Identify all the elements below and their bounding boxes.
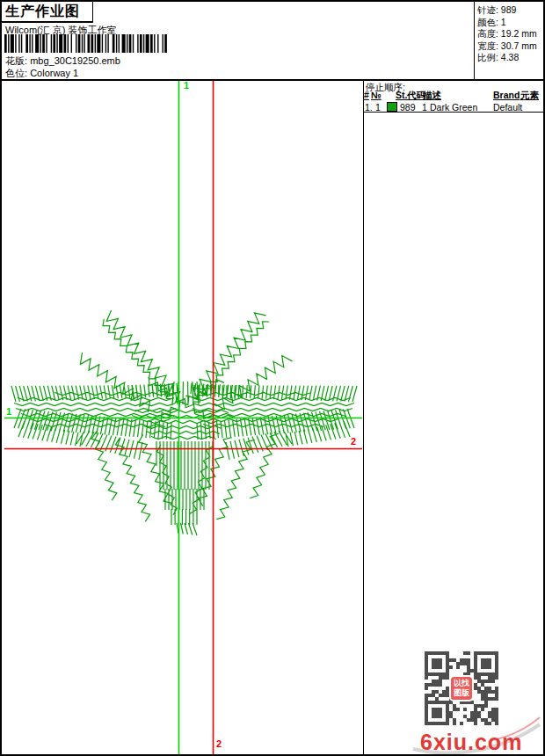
guide-label-green-left: 1 bbox=[6, 407, 11, 417]
thread-color-swatch bbox=[387, 102, 397, 112]
col-seq: # bbox=[364, 90, 369, 100]
site-logo: 6xiu.com bbox=[408, 710, 545, 756]
guide-label-red-right: 2 bbox=[351, 437, 356, 447]
production-worksheet: 生产作业图 Wilcom(汇 京) 装饰工作室 花版: mbg_30C19250… bbox=[0, 0, 545, 756]
colorway-line: 色位: Colorway 1 bbox=[5, 67, 78, 80]
col-element: 元素 bbox=[520, 90, 539, 102]
info-stitches: 针迹: 989 bbox=[477, 4, 545, 17]
info-colors: 颜色: 1 bbox=[477, 17, 545, 29]
page-title: 生产作业图 bbox=[5, 3, 80, 21]
col-stitches: St. bbox=[396, 90, 407, 100]
qr-logo-line1: 以找 bbox=[454, 679, 469, 688]
pattern-file-line: 花版: mbg_30C19250.emb bbox=[5, 55, 120, 68]
qr-logo-line2: 图版 bbox=[454, 688, 469, 698]
colorway-label: 色位: bbox=[5, 68, 27, 78]
qr-center-logo: 以找 图版 bbox=[451, 677, 472, 700]
pattern-value: mbg_30C19250.emb bbox=[30, 55, 120, 66]
info-width: 宽度: 30.7 mm bbox=[477, 40, 545, 53]
col-brand: Brand bbox=[493, 90, 520, 100]
col-needle: № bbox=[371, 90, 382, 100]
pattern-label: 花版: bbox=[5, 55, 27, 66]
guide-label-red-bottom: 2 bbox=[216, 739, 222, 749]
guide-label-green-top: 1 bbox=[184, 81, 189, 91]
design-info-box: 针迹: 989 颜色: 1 高度: 19.2 mm 宽度: 30.7 mm 比例… bbox=[474, 2, 545, 79]
sheet-title-box: 生产作业图 bbox=[2, 2, 93, 23]
info-scale: 比例: 4.38 bbox=[477, 52, 545, 64]
info-height: 高度: 19.2 mm bbox=[477, 28, 545, 40]
barcode bbox=[4, 34, 170, 53]
site-name: 6xiu.com bbox=[420, 730, 522, 755]
col-description: 描述 bbox=[423, 90, 441, 102]
colorway-value: Colorway 1 bbox=[30, 68, 78, 78]
table-bottom-border bbox=[364, 112, 545, 113]
